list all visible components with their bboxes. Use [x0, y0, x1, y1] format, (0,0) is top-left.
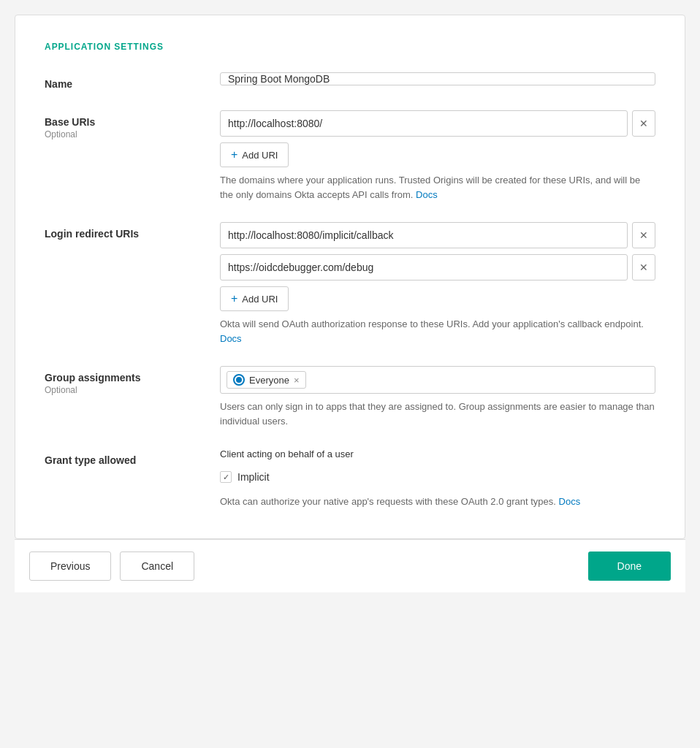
close-icon: ✕ [639, 262, 648, 273]
base-uris-content: ✕ + Add URI The domains where your appli… [220, 110, 655, 202]
base-uris-sublabel: Optional [45, 129, 220, 140]
grant-type-content: Client acting on behalf of a user ✓ Impl… [220, 449, 655, 509]
footer-left: Previous Cancel [29, 552, 194, 581]
group-assignments-sublabel: Optional [45, 385, 220, 395]
name-label-col: Name [45, 72, 220, 90]
name-label: Name [45, 78, 220, 90]
login-redirect-content: ✕ ✕ + Add URI Okta will send OAuth autho… [220, 222, 655, 346]
plus-icon: + [231, 148, 237, 161]
group-tag-label: Everyone [249, 375, 289, 386]
login-redirect-label-col: Login redirect URIs [45, 222, 220, 240]
group-assignments-help: Users can only sign in to apps that they… [220, 400, 655, 428]
login-redirect-input-1[interactable] [220, 222, 628, 248]
group-tag-radio-inner [236, 377, 242, 383]
base-uris-label: Base URIs [45, 116, 220, 128]
name-input[interactable] [220, 72, 655, 85]
footer-bar: Previous Cancel Done [15, 539, 685, 592]
login-redirect-input-row-1: ✕ [220, 222, 655, 248]
section-title: Application Settings [45, 42, 655, 52]
login-redirect-help-text: Okta will send OAuth authorization respo… [220, 318, 644, 329]
login-redirect-docs-link[interactable]: Docs [220, 333, 242, 344]
login-redirect-help: Okta will send OAuth authorization respo… [220, 317, 655, 346]
page-wrapper: Application Settings Name Base URIs Opti… [15, 15, 685, 592]
group-tag-close-icon[interactable]: × [294, 375, 300, 386]
plus-icon: + [231, 292, 237, 305]
base-uri-add-button[interactable]: + Add URI [220, 142, 289, 167]
base-uri-input[interactable] [220, 110, 628, 137]
implicit-checkbox[interactable]: ✓ [220, 471, 232, 483]
close-icon: ✕ [639, 229, 648, 241]
grant-type-help: Okta can authorize your native app's req… [220, 495, 655, 509]
previous-button[interactable]: Previous [29, 552, 111, 581]
group-assignments-row: Group assignments Optional Everyone × Us… [45, 366, 655, 428]
base-uris-label-col: Base URIs Optional [45, 110, 220, 140]
group-assignments-label-col: Group assignments Optional [45, 366, 220, 395]
name-content [220, 72, 655, 85]
login-redirect-clear-button-1[interactable]: ✕ [632, 222, 655, 248]
login-redirect-input-row-2: ✕ [220, 254, 655, 280]
grant-type-subtitle: Client acting on behalf of a user [220, 449, 655, 459]
main-card: Application Settings Name Base URIs Opti… [15, 15, 685, 539]
login-redirect-clear-button-2[interactable]: ✕ [632, 254, 655, 280]
done-button[interactable]: Done [588, 552, 671, 581]
implicit-checkbox-row: ✓ Implicit [220, 471, 655, 483]
group-tag-input[interactable]: Everyone × [220, 366, 655, 394]
cancel-button[interactable]: Cancel [120, 552, 194, 581]
grant-type-label-col: Grant type allowed [45, 449, 220, 466]
group-assignments-label: Group assignments [45, 372, 220, 383]
grant-type-row: Grant type allowed Client acting on beha… [45, 449, 655, 509]
grant-type-docs-link[interactable]: Docs [559, 496, 581, 507]
login-redirect-add-button[interactable]: + Add URI [220, 286, 289, 311]
group-assignments-content: Everyone × Users can only sign in to app… [220, 366, 655, 428]
base-uris-help: The domains where your application runs.… [220, 173, 655, 202]
check-icon: ✓ [223, 473, 229, 482]
login-redirect-input-2[interactable] [220, 254, 628, 280]
close-icon: ✕ [639, 118, 648, 129]
base-uri-add-label: Add URI [242, 150, 278, 161]
group-tag-everyone: Everyone × [227, 371, 306, 389]
base-uris-docs-link[interactable]: Docs [416, 189, 438, 200]
group-tag-radio [233, 374, 245, 386]
base-uris-row: Base URIs Optional ✕ + Add URI The domai… [45, 110, 655, 202]
login-redirect-add-label: Add URI [242, 294, 278, 305]
base-uri-clear-button[interactable]: ✕ [632, 110, 655, 137]
base-uris-input-row: ✕ [220, 110, 655, 137]
grant-type-label: Grant type allowed [45, 454, 220, 466]
login-redirect-row: Login redirect URIs ✕ ✕ + Add U [45, 222, 655, 346]
login-redirect-label: Login redirect URIs [45, 228, 220, 240]
name-row: Name [45, 72, 655, 90]
grant-type-help-text: Okta can authorize your native app's req… [220, 496, 556, 507]
implicit-label: Implicit [237, 471, 270, 483]
